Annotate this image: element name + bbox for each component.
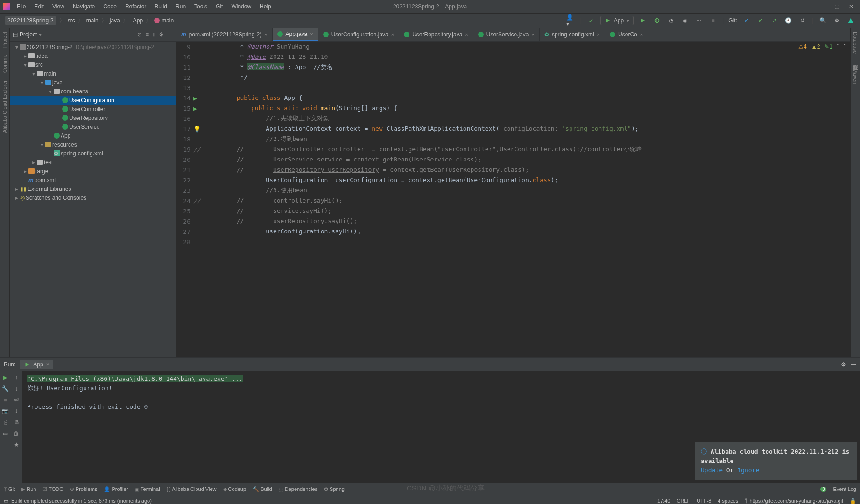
close-tab-icon[interactable]: × bbox=[465, 32, 468, 37]
left-tab-alibaba-cloud-explorer[interactable]: Alibaba Cloud Explorer bbox=[1, 77, 8, 137]
tree-row[interactable]: ▸▮▮External Libraries bbox=[10, 184, 176, 193]
hide-panel-icon[interactable]: — bbox=[168, 31, 173, 38]
git-history-icon[interactable]: 🕘 bbox=[784, 16, 793, 25]
clear-icon[interactable]: 🗑 bbox=[14, 430, 19, 437]
coverage-icon[interactable]: ◔ bbox=[666, 16, 676, 25]
tree-row[interactable]: App bbox=[10, 131, 176, 140]
bottom-tab-git[interactable]: ᛘ Git bbox=[4, 486, 15, 492]
expand-all-icon[interactable]: ≡ bbox=[146, 31, 149, 38]
close-button[interactable]: ✕ bbox=[849, 3, 853, 10]
tree-row[interactable]: ▾resources bbox=[10, 140, 176, 149]
run-console[interactable]: "C:\Program Files (x86)\Java\jdk1.8.0_14… bbox=[22, 371, 860, 483]
breadcrumb[interactable]: 20221128Spring-2〉 src〉 main〉 java〉 App〉 … bbox=[0, 16, 174, 25]
menu-window[interactable]: Window bbox=[227, 2, 255, 11]
bottom-tab-spring[interactable]: ✿ Spring bbox=[324, 486, 345, 492]
left-tab-commit[interactable]: Commit bbox=[1, 51, 8, 77]
profile-icon[interactable]: ◉ bbox=[680, 16, 690, 25]
tree-row[interactable]: ▾src bbox=[10, 60, 176, 69]
menu-view[interactable]: View bbox=[49, 2, 68, 11]
exit-icon[interactable]: ⎘ bbox=[4, 419, 7, 426]
right-tab-maven[interactable]: Maven bbox=[852, 65, 859, 88]
close-tab-icon[interactable]: × bbox=[391, 32, 394, 37]
editor-tab[interactable]: UserService.java× bbox=[473, 28, 540, 41]
tree-row[interactable]: ▾java bbox=[10, 78, 176, 87]
git-update-icon[interactable]: ✔ bbox=[742, 16, 751, 25]
tree-row[interactable]: UserRepository bbox=[10, 113, 176, 122]
branch-icon[interactable]: ᛘ https://gitee.com/sun-yuhang-bite/java… bbox=[745, 498, 843, 504]
git-rollback-icon[interactable]: ↺ bbox=[798, 16, 807, 25]
tree-row[interactable]: ▸test bbox=[10, 158, 176, 167]
menu-refactor[interactable]: Refactor bbox=[121, 2, 150, 11]
layout-icon[interactable]: ▭ bbox=[3, 430, 8, 437]
bottom-tab-terminal[interactable]: ▣ Terminal bbox=[134, 486, 160, 492]
menu-navigate[interactable]: Navigate bbox=[69, 2, 99, 11]
right-tab-双联服务[interactable]: 双联服务 bbox=[851, 57, 860, 65]
tree-row[interactable]: ▸target bbox=[10, 167, 176, 175]
editor-tab[interactable]: App.java× bbox=[273, 28, 318, 41]
tree-row[interactable]: ▸.idea bbox=[10, 51, 176, 60]
dump-icon[interactable]: 📷 bbox=[2, 408, 9, 414]
git-commit-icon[interactable]: ✔ bbox=[756, 16, 765, 25]
bottom-tab-run[interactable]: ▶ Run bbox=[21, 486, 36, 492]
project-settings-icon[interactable]: ⚙ bbox=[159, 31, 164, 38]
project-pane-title[interactable]: ▤ Project ▾ bbox=[13, 31, 42, 38]
bottom-tab-todo[interactable]: ☑ TODO bbox=[42, 486, 63, 492]
minimize-button[interactable]: — bbox=[819, 3, 825, 10]
debug-icon[interactable] bbox=[652, 16, 662, 25]
menu-edit[interactable]: Edit bbox=[30, 2, 48, 11]
rerun-icon[interactable]: ▶ bbox=[3, 374, 7, 381]
search-icon[interactable]: 🔍 bbox=[818, 16, 827, 25]
close-tab-icon[interactable]: × bbox=[597, 32, 600, 37]
right-tab-database[interactable]: Database bbox=[852, 28, 859, 57]
inspection-summary[interactable]: ⚠4 ▲2 ✎1 ˆ ˇ bbox=[798, 43, 846, 50]
tree-row[interactable]: ▾com.beans bbox=[10, 87, 176, 96]
user-icon[interactable]: 👤▾ bbox=[566, 16, 576, 25]
menu-help[interactable]: Help bbox=[256, 2, 275, 11]
tree-row[interactable]: ▾20221128Spring-2D:\gitee\java\20221128S… bbox=[10, 42, 176, 51]
lock-icon[interactable]: 🔒 bbox=[850, 498, 856, 504]
back-icon[interactable]: ↙ bbox=[586, 16, 596, 25]
menu-file[interactable]: File bbox=[13, 2, 29, 11]
tree-row[interactable]: UserService bbox=[10, 122, 176, 131]
stop-run-icon[interactable]: ■ bbox=[3, 397, 7, 403]
run-debug-icon[interactable]: 🔧 bbox=[2, 385, 9, 392]
alibaba-icon[interactable] bbox=[846, 16, 855, 25]
print-icon[interactable]: 🖶 bbox=[14, 419, 19, 426]
tree-row[interactable]: UserConfiguration bbox=[10, 96, 176, 105]
toast-ignore-link[interactable]: Ignore bbox=[737, 467, 759, 474]
editor-tab[interactable]: UserRepository.java× bbox=[399, 28, 473, 41]
down-icon[interactable]: ↓ bbox=[15, 385, 18, 392]
run-config-selector[interactable]: App ▾ bbox=[600, 16, 634, 25]
up-icon[interactable]: ↑ bbox=[15, 374, 18, 381]
left-tab-project[interactable]: Project bbox=[1, 28, 8, 51]
code-editor[interactable]: * @author SunYuHang * @date 2022-11-28 2… bbox=[205, 42, 850, 357]
hide-run-icon[interactable]: — bbox=[851, 361, 856, 368]
menu-tools[interactable]: Tools bbox=[190, 2, 211, 11]
tree-row[interactable]: mpom.xml bbox=[10, 175, 176, 184]
editor-tab[interactable]: ✿spring-config.xml× bbox=[540, 28, 605, 41]
bottom-tab-dependencies[interactable]: ⬚ Dependencies bbox=[279, 486, 317, 492]
toast-update-link[interactable]: Update bbox=[701, 467, 723, 474]
collapse-all-icon[interactable]: ⫴ bbox=[153, 31, 155, 38]
run-settings-icon[interactable]: ⚙ bbox=[841, 361, 846, 368]
softwrap-icon[interactable]: ⏎ bbox=[14, 397, 19, 403]
tree-row[interactable]: UserController bbox=[10, 105, 176, 113]
settings-icon[interactable]: ⚙ bbox=[832, 16, 841, 25]
tree-row[interactable]: ✿spring-config.xml bbox=[10, 149, 176, 158]
bottom-tab-alibaba-cloud-view[interactable]: [ ] Alibaba Cloud View bbox=[167, 486, 217, 492]
editor-tab[interactable]: UserCo× bbox=[605, 28, 648, 41]
close-tab-icon[interactable]: × bbox=[531, 32, 534, 37]
select-open-file-icon[interactable]: ⊙ bbox=[137, 31, 142, 38]
editor-tab[interactable]: UserConfiguration.java× bbox=[318, 28, 400, 41]
close-run-tab-icon[interactable]: × bbox=[46, 361, 49, 368]
bottom-tab-problems[interactable]: ⊘ Problems bbox=[70, 486, 98, 492]
bottom-tab-codeup[interactable]: ◆ Codeup bbox=[223, 486, 247, 492]
stop-icon[interactable]: ■ bbox=[708, 16, 718, 25]
bottom-tab-profiler[interactable]: 👤 Profiler bbox=[104, 486, 128, 492]
bottom-tab-build[interactable]: 🔨 Build bbox=[253, 486, 272, 492]
breadcrumb-project[interactable]: 20221128Spring-2 bbox=[5, 16, 56, 25]
attach-icon[interactable]: ⋯ bbox=[694, 16, 704, 25]
close-tab-icon[interactable]: × bbox=[640, 32, 643, 37]
tree-row[interactable]: ▸◎Scratches and Consoles bbox=[10, 193, 176, 202]
event-log-button[interactable]: Event Log bbox=[833, 486, 856, 492]
